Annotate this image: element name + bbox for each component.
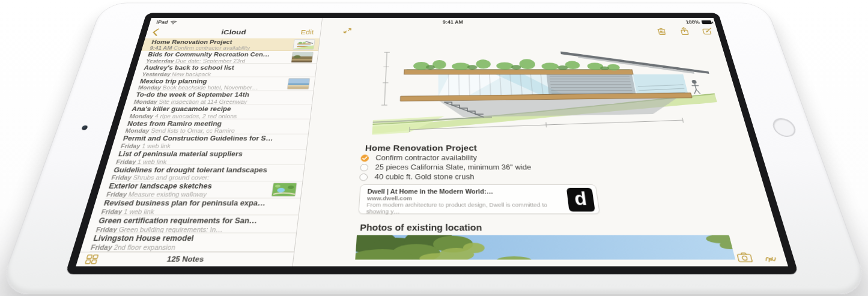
- house-sketch-attachment[interactable]: [372, 48, 727, 138]
- list-item[interactable]: Exterior landscape sketches Friday Measu…: [97, 181, 303, 198]
- checklist-item: 25 pieces California Slate, minimum 36" …: [360, 163, 532, 171]
- sidebar-footer: 125 Notes: [76, 252, 294, 266]
- battery-percent: 100%: [685, 20, 700, 25]
- wifi-icon: [169, 20, 178, 25]
- compose-icon[interactable]: [702, 28, 714, 35]
- trash-icon[interactable]: [656, 28, 667, 35]
- note-thumbnail-photo: [291, 52, 314, 62]
- expand-icon[interactable]: [343, 28, 351, 34]
- notes-sidebar: iCloud Edit Home Renovation Project 9:41…: [76, 18, 323, 267]
- edit-button[interactable]: Edit: [300, 29, 314, 35]
- list-item[interactable]: Mexico trip planning Monday Book beachsi…: [129, 77, 315, 91]
- sidebar-header: iCloud Edit: [145, 26, 321, 38]
- checkbox-unchecked[interactable]: [359, 174, 368, 181]
- sketch-scribble-icon[interactable]: [763, 254, 777, 262]
- battery-icon: [701, 20, 712, 24]
- front-camera: [81, 125, 88, 130]
- ipad-body: iPad 9:41 AM 100%: [0, 3, 868, 294]
- ipad-screen: iPad 9:41 AM 100%: [65, 13, 798, 274]
- note-thumbnail-sketch: [293, 39, 315, 50]
- list-item[interactable]: Guidelines for drought tolerant landscap…: [102, 165, 304, 181]
- list-item[interactable]: To-do the week of September 14th Monday …: [125, 91, 314, 104]
- checkbox-unchecked[interactable]: [360, 164, 368, 171]
- checklist-item: Confirm contractor availability: [360, 154, 477, 162]
- checkbox-checked[interactable]: [360, 154, 369, 162]
- section-heading: Photos of existing location: [360, 223, 482, 233]
- list-item[interactable]: Notes from Ramiro meeting Monday Send li…: [116, 119, 310, 134]
- note-toolbar: [656, 27, 714, 35]
- link-preview-card[interactable]: Dwell | At Home in the Modern World:… ww…: [358, 184, 600, 214]
- photo-stage: iPad 9:41 AM 100%: [0, 0, 868, 296]
- location-photo-attachment[interactable]: [355, 235, 735, 260]
- list-item[interactable]: Audrey's back to school list Yesterday N…: [133, 64, 317, 77]
- list-item[interactable]: Green certification requirements for San…: [86, 216, 299, 234]
- dwell-logo: d: [566, 188, 595, 212]
- home-button[interactable]: [770, 118, 798, 137]
- list-item[interactable]: List of peninsula material suppliers Fri…: [106, 150, 306, 165]
- notes-app: iPad 9:41 AM 100%: [76, 18, 788, 267]
- list-item[interactable]: Livingston House remodel Friday 2nd floo…: [80, 233, 296, 252]
- status-bar: iPad 9:41 AM 100%: [149, 18, 717, 27]
- list-item[interactable]: Revised business plan for peninsula expa…: [91, 198, 300, 216]
- link-title: Dwell | At Home in the Modern World:…: [367, 188, 562, 195]
- camera-icon[interactable]: [736, 252, 753, 262]
- share-icon[interactable]: [679, 27, 690, 35]
- notes-count: 125 Notes: [77, 255, 294, 263]
- note-thumbnail-beach: [287, 78, 311, 89]
- note-title: Home Renovation Project: [365, 143, 477, 153]
- list-item[interactable]: Bids for Community Recreation Cen… Yeste…: [138, 51, 318, 64]
- list-item[interactable]: Permit and Construction Guidelines for S…: [111, 134, 308, 149]
- checklist-item: 40 cubic ft. Gold stone crush: [359, 173, 475, 181]
- note-pane: Home Renovation Project Confirm contract…: [294, 18, 788, 267]
- notes-list: Home Renovation Project 9:41 AM Confirm …: [80, 38, 320, 252]
- carrier-label: iPad: [156, 20, 168, 25]
- list-item[interactable]: Home Renovation Project 9:41 AM Confirm …: [141, 38, 320, 51]
- list-item[interactable]: Ana's killer guacamole recipe Monday 4 r…: [121, 105, 312, 119]
- link-url: www.dwell.com: [367, 195, 563, 202]
- folder-title: iCloud: [146, 29, 321, 35]
- link-description: From modern architecture to product desi…: [366, 201, 564, 214]
- note-thumbnail-map: [271, 183, 297, 196]
- clock: 9:41 AM: [443, 20, 463, 25]
